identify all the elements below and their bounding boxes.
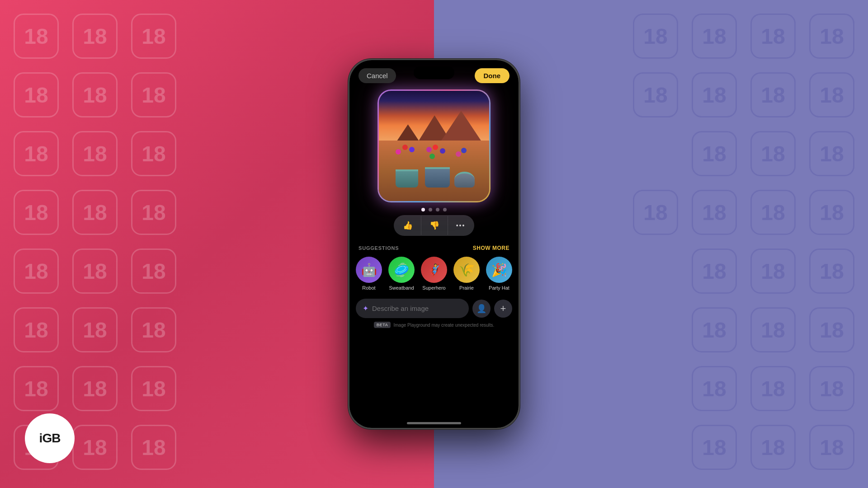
pot-1 xyxy=(396,169,418,188)
suggestion-party-hat[interactable]: 🎉 Party Hat xyxy=(486,257,512,291)
pot-3-body xyxy=(454,172,475,188)
igb-logo: iGB xyxy=(25,413,75,463)
suggestion-robot-icon: 🤖 xyxy=(356,257,382,283)
flower-5 xyxy=(433,145,438,150)
pot-3 xyxy=(454,172,475,188)
flower-3 xyxy=(409,147,415,152)
beta-disclaimer-text: Image Playground may create unexpected r… xyxy=(393,323,494,328)
sparkle-icon: ✦ xyxy=(363,304,368,313)
pot-1-body xyxy=(396,169,418,188)
done-button[interactable]: Done xyxy=(475,68,510,83)
image-area xyxy=(349,85,519,202)
suggestions-label: SUGGESTIONS xyxy=(359,245,399,251)
flower-4 xyxy=(426,147,432,152)
add-button[interactable]: + xyxy=(494,300,512,318)
page-dots xyxy=(349,208,519,211)
suggestion-superhero-icon: 🦸 xyxy=(421,257,447,283)
dot-1[interactable] xyxy=(421,208,425,211)
pot-2-flowers xyxy=(423,145,450,172)
avatar-icon: 👤 xyxy=(476,304,486,314)
suggestion-sweatband-label: Sweatband xyxy=(389,285,414,291)
flower-9 xyxy=(461,148,467,153)
pot-3-flowers xyxy=(452,147,479,174)
cancel-button[interactable]: Cancel xyxy=(359,68,396,83)
plus-icon: + xyxy=(500,303,506,314)
suggestion-superhero-label: Superhero xyxy=(422,285,445,291)
logo-text: iGB xyxy=(39,431,61,446)
phone-wrapper: Cancel Done xyxy=(348,59,520,429)
feedback-pill: 👍 👎 ••• xyxy=(394,215,475,236)
thumbs-up-button[interactable]: 👍 xyxy=(395,216,421,235)
more-options-icon: ••• xyxy=(456,222,466,229)
suggestion-robot[interactable]: 🤖 Robot xyxy=(356,257,382,291)
suggestions-header: SUGGESTIONS SHOW MORE xyxy=(359,245,509,251)
suggestions-row: 🤖 Robot 🥏 Sweatband 🦸 Superhero xyxy=(359,257,509,291)
feedback-row: 👍 👎 ••• xyxy=(349,215,519,236)
dynamic-island xyxy=(414,66,454,79)
dot-3[interactable] xyxy=(436,208,439,211)
image-pots xyxy=(389,129,479,188)
phone-frame: Cancel Done xyxy=(348,59,520,429)
suggestion-superhero[interactable]: 🦸 Superhero xyxy=(421,257,447,291)
flower-6 xyxy=(440,148,445,154)
thumbs-up-icon: 👍 xyxy=(403,221,413,230)
suggestion-sweatband[interactable]: 🥏 Sweatband xyxy=(388,257,415,291)
flower-1 xyxy=(396,149,401,155)
flower-7 xyxy=(429,154,435,159)
input-area: ✦ Describe an image 👤 + xyxy=(349,294,519,320)
suggestion-prairie-label: Prairie xyxy=(459,285,474,291)
more-options-button[interactable]: ••• xyxy=(448,217,474,234)
beta-bar: BETA Image Playground may create unexpec… xyxy=(349,320,519,332)
dot-2[interactable] xyxy=(429,208,432,211)
pot-2 xyxy=(425,167,450,188)
suggestion-prairie-icon: 🌾 xyxy=(453,257,480,283)
describe-input-field[interactable]: ✦ Describe an image xyxy=(356,299,469,318)
suggestion-partyhat-label: Party Hat xyxy=(489,285,509,291)
suggestion-partyhat-icon: 🎉 xyxy=(486,257,512,283)
suggestion-prairie[interactable]: 🌾 Prairie xyxy=(453,257,480,291)
generated-image xyxy=(379,91,489,201)
flower-8 xyxy=(456,151,461,157)
avatar-button[interactable]: 👤 xyxy=(472,300,491,318)
suggestion-sweatband-icon: 🥏 xyxy=(388,257,415,283)
beta-badge: BETA xyxy=(374,322,391,328)
dot-4[interactable] xyxy=(443,208,447,211)
flower-2 xyxy=(402,145,408,150)
thumbs-down-button[interactable]: 👎 xyxy=(421,216,448,235)
phone-screen: Cancel Done xyxy=(349,60,519,428)
show-more-button[interactable]: SHOW MORE xyxy=(473,245,509,251)
pot-1-flowers xyxy=(393,145,420,172)
input-placeholder-text: Describe an image xyxy=(372,305,429,312)
generated-image-container[interactable] xyxy=(377,89,491,202)
suggestion-robot-label: Robot xyxy=(362,285,375,291)
suggestions-section: SUGGESTIONS SHOW MORE 🤖 Robot 🥏 Sweatban… xyxy=(349,239,519,294)
thumbs-down-icon: 👎 xyxy=(429,221,439,230)
home-indicator[interactable] xyxy=(407,422,461,424)
